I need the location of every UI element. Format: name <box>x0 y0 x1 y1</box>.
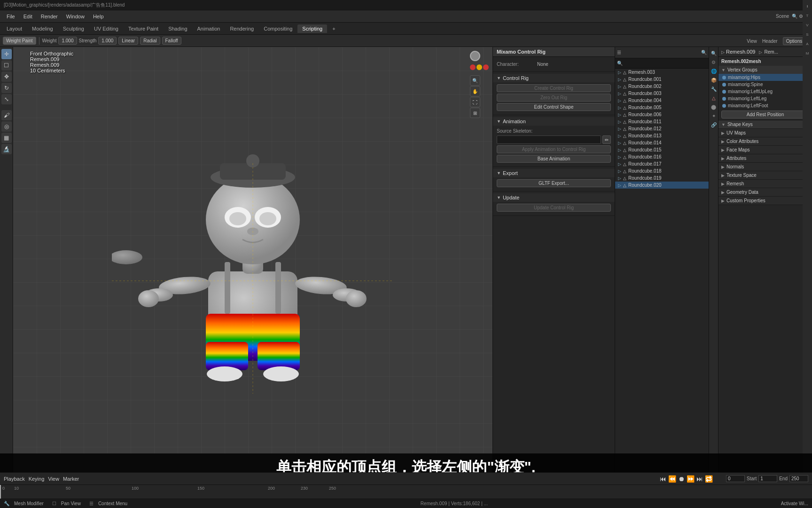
prev-frame-btn[interactable]: ⏪ <box>668 475 676 483</box>
add-rest-position-btn[interactable]: Add Rest Position <box>721 111 809 119</box>
tool-select[interactable]: ☐ <box>1 60 12 71</box>
outliner-item-round017[interactable]: ▷ △ Roundcube.017 <box>615 160 709 167</box>
next-frame-btn[interactable]: ⏩ <box>687 475 695 483</box>
update-rig-btn[interactable]: Update Control Rig <box>497 204 611 212</box>
skeleton-input[interactable] <box>497 135 601 144</box>
face-maps-header[interactable]: ▶ Face Maps <box>718 146 812 154</box>
keying-btn[interactable]: Keying <box>29 476 45 482</box>
outliner-item-round019[interactable]: ▷ △ Roundcube.019 <box>615 175 709 182</box>
tool-cursor[interactable]: ✛ <box>1 49 12 59</box>
play-start-btn[interactable]: ⏮ <box>660 475 666 483</box>
vg-hips[interactable]: mixamorig:Hips <box>718 74 812 81</box>
loop-btn[interactable]: 🔁 <box>705 475 713 483</box>
outliner-item-round013[interactable]: ▷ △ Roundcube.013 <box>615 132 709 139</box>
create-control-rig-btn[interactable]: Create Control Rig <box>497 84 611 92</box>
outliner-item-round011[interactable]: ▷ △ Roundcube.011 <box>615 118 709 125</box>
shape-keys-header[interactable]: ▼ Shape Keys <box>718 120 812 128</box>
tab-sculpting[interactable]: Sculpting <box>58 24 89 33</box>
tool-gradient[interactable]: ▦ <box>1 133 12 143</box>
outliner-item-round003[interactable]: ▷ △ Roundcube.003 <box>615 90 709 97</box>
outliner-item-round014[interactable]: ▷ △ Roundcube.014 <box>615 139 709 146</box>
view-timeline-btn[interactable]: View <box>48 476 59 482</box>
color-attr-header[interactable]: ▶ Color Attributes <box>718 137 812 145</box>
tab-compositing[interactable]: Compositing <box>259 24 297 33</box>
menu-edit[interactable]: Edit <box>20 13 36 20</box>
gltf-export-btn[interactable]: GLTF Export... <box>497 179 611 187</box>
prop-icon-object[interactable]: 🔍 <box>710 49 718 57</box>
tool-sample[interactable]: 🔬 <box>1 144 12 154</box>
outliner-item-round016[interactable]: ▷ △ Roundcube.016 <box>615 153 709 160</box>
uv-maps-header[interactable]: ▶ UV Maps <box>718 129 812 137</box>
outliner-item-round020[interactable]: ▷ △ Roundcube.020 <box>615 182 709 189</box>
tab-layout[interactable]: Layout <box>2 24 27 33</box>
tab-scripting[interactable]: Scripting <box>297 24 327 33</box>
tool-brush[interactable]: 🖌 <box>1 110 12 120</box>
animation-header[interactable]: ▼ Animation <box>493 117 615 126</box>
outliner-item-round002[interactable]: ▷ △ Roundcube.002 <box>615 83 709 90</box>
tab-rendering[interactable]: Rendering <box>225 24 258 33</box>
current-frame-input[interactable] <box>726 475 745 482</box>
viewport-sphere-gizmo[interactable] <box>470 51 480 61</box>
outliner-item-round015[interactable]: ▷ △ Roundcube.015 <box>615 146 709 153</box>
custom-props-header[interactable]: ▶ Custom Properties <box>718 197 812 205</box>
prop-icon-modifier[interactable]: 🔧 <box>710 85 718 93</box>
normals-header[interactable]: ▶ Normals <box>718 163 812 171</box>
tool-blur[interactable]: ◎ <box>1 121 12 132</box>
mode-weight-paint[interactable]: Weight Paint <box>3 37 36 45</box>
skeleton-pick-btn[interactable]: ✏ <box>602 135 611 144</box>
strength-value[interactable]: 1.000 <box>98 37 117 45</box>
viewport-btn-2[interactable]: ✋ <box>470 86 480 96</box>
weight-value[interactable]: 1.000 <box>58 37 77 45</box>
prop-icon-object2[interactable]: 📦 <box>710 76 718 84</box>
remesh-header[interactable]: ▶ Remesh <box>718 180 812 188</box>
base-animation-btn[interactable]: Base Animation <box>497 155 611 163</box>
tool-scale[interactable]: ⤡ <box>1 94 12 104</box>
outliner-item-round004[interactable]: ▷ △ Roundcube.004 <box>615 97 709 104</box>
prop-icon-constraint[interactable]: 🔗 <box>710 120 718 129</box>
tab-texture[interactable]: Texture Paint <box>124 24 163 33</box>
marker-btn[interactable]: Marker <box>63 476 79 482</box>
prop-icon-world[interactable]: 🌐 <box>710 67 718 75</box>
color-indicator-red[interactable] <box>470 64 476 70</box>
zero-rig-btn[interactable]: Zero Out Rig <box>497 94 611 102</box>
tab-uv[interactable]: UV Editing <box>89 24 123 33</box>
outliner-item-round012[interactable]: ▷ △ Roundcube.012 <box>615 125 709 132</box>
outliner-item-round001[interactable]: ▷ △ Roundcube.001 <box>615 76 709 83</box>
start-frame-input[interactable] <box>758 475 777 482</box>
edit-shape-btn[interactable]: Edit Control Shape <box>497 103 611 111</box>
tool-rotate[interactable]: ↻ <box>1 83 12 93</box>
color-indicator-yellow[interactable] <box>476 64 482 70</box>
texture-space-header[interactable]: ▶ Texture Space <box>718 171 812 179</box>
vertex-groups-header[interactable]: ▼ Vertex Groups <box>718 66 812 74</box>
prop-icon-particle[interactable]: ✦ <box>710 111 718 120</box>
menu-file[interactable]: File <box>3 13 19 20</box>
menu-window[interactable]: Window <box>62 13 88 20</box>
tab-modeling[interactable]: Modeling <box>27 24 58 33</box>
outliner-item-round005[interactable]: ▷ △ Roundcube.005 <box>615 104 709 111</box>
update-header[interactable]: ▼ Update <box>493 193 615 202</box>
tab-add[interactable]: + <box>328 24 340 33</box>
prop-icon-material[interactable]: ⬤ <box>710 103 718 111</box>
prop-icon-scene[interactable]: ⚙ <box>710 58 718 66</box>
outliner-item-round018[interactable]: ▷ △ Roundcube.018 <box>615 167 709 175</box>
outliner-item-round006[interactable]: ▷ △ Roundcube.006 <box>615 111 709 118</box>
viewport-3d[interactable]: Front Orthographic Remesh.009 Remesh.009… <box>13 47 492 472</box>
timeline-track[interactable]: 0 10 50 100 150 200 230 250 <box>0 484 812 499</box>
color-indicator-red2[interactable] <box>483 64 489 70</box>
viewport-btn-4[interactable]: ⊞ <box>470 108 480 118</box>
tab-shading[interactable]: Shading <box>164 24 192 33</box>
export-header[interactable]: ▼ Export <box>493 169 615 177</box>
linear-btn[interactable]: Linear <box>118 37 138 45</box>
outliner-search-input[interactable] <box>617 61 707 66</box>
falloff-btn[interactable]: Falloff <box>162 37 181 45</box>
play-btn[interactable]: ⏺ <box>678 475 685 483</box>
vg-left-leg[interactable]: mixamorig:LeftLeg <box>718 95 812 102</box>
prop-icon-data[interactable]: △ <box>710 94 718 102</box>
tab-animation[interactable]: Animation <box>193 24 225 33</box>
play-end-btn[interactable]: ⏭ <box>696 475 703 483</box>
attributes-header[interactable]: ▶ Attributes <box>718 154 812 162</box>
end-frame-input[interactable] <box>789 475 808 482</box>
outliner-item-remesh003[interactable]: ▷ △ Remesh.003 <box>615 69 709 76</box>
vg-left-foot[interactable]: mixamorig:LeftFoot <box>718 102 812 109</box>
geometry-data-header[interactable]: ▶ Geometry Data <box>718 188 812 196</box>
